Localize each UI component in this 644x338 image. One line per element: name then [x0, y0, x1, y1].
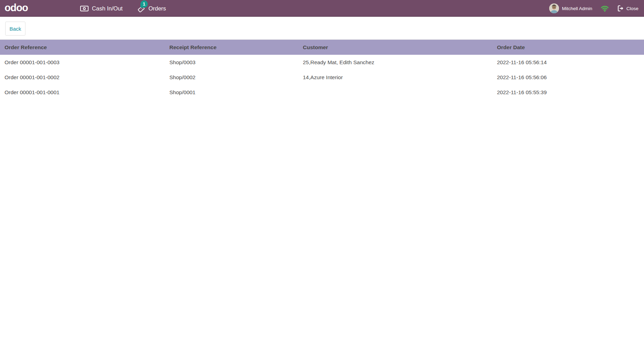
order-reference-cell: Order 00001-001-0003 [0, 59, 169, 66]
orders-count-badge: 1 [140, 0, 148, 8]
column-header-receipt-reference: Receipt Reference [169, 44, 303, 51]
sign-out-icon [618, 5, 624, 12]
receipt-reference-cell: Shop/0002 [169, 74, 303, 81]
table-row[interactable]: Order 00001-001-0001 Shop/0001 2022-11-1… [0, 85, 644, 100]
avatar [549, 3, 559, 13]
table-row[interactable]: Order 00001-001-0002 Shop/0002 14,Azure … [0, 70, 644, 85]
column-header-order-reference: Order Reference [0, 44, 169, 51]
receipt-reference-cell: Shop/0003 [169, 59, 303, 66]
money-bill-icon [80, 6, 89, 12]
cash-in-out-label: Cash In/Out [92, 5, 123, 12]
orders-label: Orders [148, 5, 166, 12]
order-reference-cell: Order 00001-001-0001 [0, 89, 169, 96]
wifi-status-icon[interactable] [601, 5, 609, 12]
order-date-cell: 2022-11-16 05:55:39 [497, 89, 644, 96]
orders-button[interactable]: 1 Orders [137, 5, 166, 12]
orders-screen: Back Order Reference Receipt Reference C… [0, 17, 644, 100]
close-label: Close [626, 6, 638, 11]
column-header-customer: Customer [303, 44, 497, 51]
receipt-reference-cell: Shop/0001 [169, 89, 303, 96]
table-header-row: Order Reference Receipt Reference Custom… [0, 39, 644, 55]
user-name: Mitchell Admin [562, 6, 592, 11]
table-row[interactable]: Order 00001-001-0003 Shop/0003 25,Ready … [0, 55, 644, 70]
orders-table: Order Reference Receipt Reference Custom… [0, 39, 644, 100]
order-date-cell: 2022-11-16 05:56:06 [497, 74, 644, 81]
top-bar: odoo Cash In/Out 1 Orders [0, 0, 644, 17]
ticket-icon: 1 [137, 5, 145, 12]
cash-in-out-button[interactable]: Cash In/Out [80, 5, 123, 12]
user-menu[interactable]: Mitchell Admin [549, 3, 592, 13]
order-date-cell: 2022-11-16 05:56:14 [497, 59, 644, 66]
order-reference-cell: Order 00001-001-0002 [0, 74, 169, 81]
back-button[interactable]: Back [5, 22, 25, 36]
topbar-right: Mitchell Admin Close [549, 3, 638, 13]
close-session-button[interactable]: Close [618, 5, 638, 12]
customer-cell: 14,Azure Interior [303, 74, 497, 81]
odoo-logo: odoo [5, 3, 28, 14]
pos-nav: Cash In/Out 1 Orders [80, 5, 166, 12]
customer-cell: 25,Ready Mat, Edith Sanchez [303, 59, 497, 66]
column-header-order-date: Order Date [497, 44, 644, 51]
